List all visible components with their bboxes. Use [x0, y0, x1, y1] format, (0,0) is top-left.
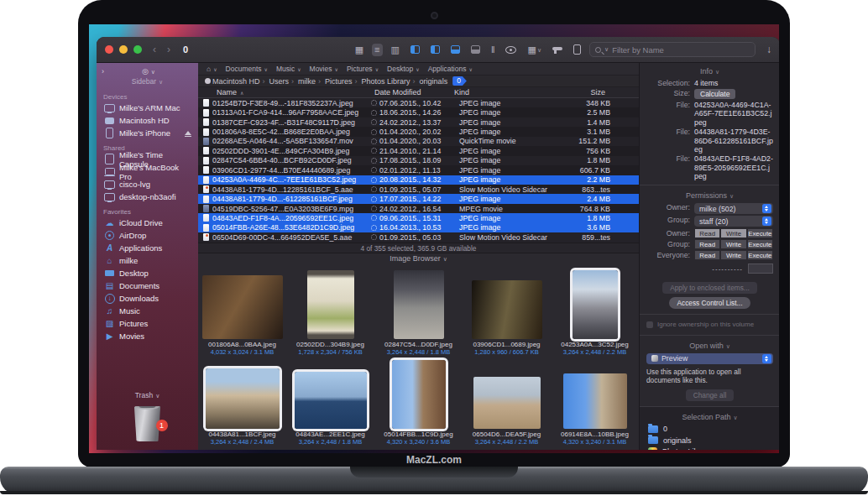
close-button[interactable] [105, 45, 113, 54]
file-row[interactable]: 01387CEF-C923-4F...-B31F48C9117D.jpeg 24… [198, 117, 639, 127]
column-view-icon[interactable]: ▥ [389, 44, 402, 56]
column-header-name[interactable]: Name [198, 88, 363, 97]
zoom-button[interactable] [133, 45, 142, 54]
thumbnail[interactable]: 001806A8...0BAA.jpeg 4,032 x 3,024 / 3.1… [198, 269, 286, 356]
read-button[interactable]: Read [694, 239, 720, 249]
new-document-icon[interactable] [571, 43, 583, 56]
execute-button[interactable]: Execute [747, 250, 773, 260]
show-pathbar-icon[interactable] [448, 44, 463, 55]
sidebar-item[interactable]: ▤ Documents [97, 279, 198, 292]
selection-path-item[interactable]: 0 [648, 424, 771, 436]
file-row[interactable]: 03906CD1-2977-44...B70E44440689.jpeg 02.… [198, 165, 639, 175]
breadcrumb-item[interactable]: Users [260, 77, 290, 86]
sidebar-item[interactable]: ▨ Pictures [97, 317, 198, 330]
sidebar-item[interactable]: ⌂ milke [97, 254, 198, 267]
write-button[interactable]: Write [720, 239, 746, 249]
selection-path-item[interactable]: Photos Library [648, 446, 771, 450]
file-row[interactable]: 04253A0A-4469-4C...-7EE1E61B3C52.jpeg 20… [198, 175, 639, 185]
eject-icon[interactable] [182, 128, 193, 138]
selection-path-header[interactable]: Selection Path [648, 413, 771, 421]
gallery-view-icon[interactable]: ‖ [489, 44, 498, 56]
write-button[interactable]: Write [720, 250, 746, 260]
filter-input[interactable] [612, 45, 750, 55]
breadcrumb-item[interactable]: Pictures [316, 77, 353, 86]
read-button[interactable]: Read [694, 250, 720, 260]
thumbnail[interactable]: 04253A0A...3C52.jpeg 3,264 x 2,448 / 2.2… [551, 269, 639, 356]
write-button[interactable]: Write [720, 228, 746, 238]
file-row[interactable]: 04438A81-1779-4D...-612285161BCF.jpeg 17… [198, 194, 639, 203]
octal-input[interactable] [748, 264, 773, 274]
sidebar-item[interactable]: Macintosh HD [97, 114, 198, 127]
sidebar-item[interactable]: Milke's ARM Mac [97, 102, 198, 114]
group-by-icon[interactable]: ▦∨ [525, 44, 544, 56]
favorites-bar-item[interactable]: Music [276, 65, 301, 73]
thumbnail[interactable]: 04438A81...1BCF.jpeg 3,264 x 2,448 / 2.4… [198, 358, 286, 446]
read-button[interactable]: Read [694, 228, 720, 238]
favorites-bar-item[interactable]: Pictures [347, 65, 379, 73]
sidebar-item[interactable]: Applications [97, 242, 198, 254]
file-row[interactable]: 02847C54-6BB4-40...BCFB92CD0DF.jpeg 17.0… [198, 156, 639, 165]
sidebar-section-trash[interactable]: Trash [97, 391, 198, 399]
image-browser-header[interactable]: Image Browser [198, 253, 639, 264]
file-row[interactable]: 05014FBB-A26E-48...53E6482D1C9D.jpeg 16.… [198, 223, 639, 232]
sidebar-item[interactable]: Downloads [97, 292, 198, 305]
trash-icon[interactable]: 1 [131, 406, 165, 441]
sidebar-item[interactable]: ♫ Music [97, 305, 198, 317]
ignore-ownership-checkbox[interactable] [646, 321, 653, 328]
home-icon[interactable]: ⌂ [207, 65, 217, 73]
filter-field[interactable]: ∨ [589, 42, 756, 57]
thumbnail[interactable]: 04843AE...2EE1C.jpeg 3,264 x 2,448 / 1.8… [286, 358, 374, 446]
open-with-header[interactable]: Open with [646, 342, 773, 350]
file-row[interactable]: 04438A81-1779-4D...12285161BCF_5.aae 01.… [198, 185, 639, 194]
apply-enclosed-button[interactable]: Apply to enclosed items... [662, 282, 757, 294]
file-row[interactable]: 06504D69-00DC-4...664952DEA5E_5.aae 01.0… [198, 232, 639, 242]
breadcrumb-item[interactable]: Macintosh HD [212, 77, 260, 86]
execute-button[interactable]: Execute [747, 228, 773, 238]
action-icon[interactable] [550, 44, 565, 55]
sidebar-item[interactable]: Milke's MacBook Pro [97, 165, 198, 178]
file-row[interactable]: 04843AED-F1F8-4A...20596592EE1C.jpeg 09.… [198, 213, 639, 222]
info-header[interactable]: Info [646, 67, 773, 76]
forward-icon[interactable]: › [167, 44, 170, 55]
calculate-button[interactable]: Calculate [694, 89, 735, 99]
permissions-header[interactable]: Permissions [646, 191, 773, 200]
access-control-list-button[interactable]: Access Control List... [669, 297, 751, 309]
thumbnail[interactable]: 06914E8A...10BB.jpeg 4,320 x 3,240 / 3.1… [551, 358, 639, 446]
thumbnail[interactable]: 05014FBB...1C9D.jpeg 4,320 x 3,240 / 3.6… [374, 358, 463, 446]
file-row[interactable]: 02502DDD-3901-4E...849CFA304B9.jpeg 21.0… [198, 146, 639, 155]
file-row[interactable]: 02268AE5-A046-44...-5A5BF1336547.mov 01.… [198, 137, 639, 146]
download-icon[interactable]: ↓ [766, 44, 771, 55]
minimize-button[interactable] [119, 45, 128, 54]
breadcrumb-item[interactable]: milke [289, 77, 316, 86]
favorites-bar-item[interactable]: Applications [428, 65, 473, 73]
sidebar-item[interactable]: ▶ Movies [97, 330, 198, 342]
owner-select[interactable]: milke (502) [694, 203, 773, 214]
favorites-bar-item[interactable]: Desktop [387, 65, 420, 73]
file-row[interactable]: 01313A01-FCA9-414...96AF7958AACE.jpeg 18… [198, 107, 639, 117]
breadcrumb-item[interactable]: originals [410, 77, 448, 86]
breadcrumb-item[interactable]: Photos Library [353, 77, 410, 86]
execute-button[interactable]: Execute [747, 239, 773, 249]
thumbnail[interactable]: 06504D6...DEA5F.jpeg 3,264 x 2,448 / 2.2… [463, 358, 551, 446]
selection-path-item[interactable]: originals [648, 435, 771, 446]
sidebar-header[interactable]: Sidebar [97, 77, 198, 88]
thumbnail[interactable]: 03906CD1...0689.jpeg 1,280 x 960 / 606.7… [463, 269, 551, 356]
file-row[interactable]: 04519DBC-5256-47...E0A3203BE6F9.mpg 24.0… [198, 204, 639, 213]
column-header-kind[interactable]: Kind [454, 88, 565, 97]
icon-view-icon[interactable]: ▦ [353, 44, 366, 56]
sidebar-item[interactable]: ☁ iCloud Drive [97, 217, 198, 229]
quicklook-eye-icon[interactable] [503, 44, 519, 55]
favorites-bar-item[interactable]: Documents [226, 65, 268, 73]
back-icon[interactable]: ‹ [153, 44, 156, 55]
show-sidebar-icon[interactable] [408, 44, 422, 55]
show-preview-icon[interactable] [428, 44, 442, 55]
sidebar-item[interactable]: AirDrop [97, 229, 198, 242]
column-header-size[interactable]: Size [565, 88, 605, 97]
account-menu-icon[interactable]: ◎ [104, 67, 193, 76]
file-row[interactable]: 01254B7D-F3E8-49...-181F8352237A.jpeg 07… [198, 98, 639, 107]
sidebar-item[interactable]: Milke's iPhone [97, 127, 198, 139]
sidebar-item[interactable]: Desktop [97, 267, 198, 279]
file-row[interactable]: 001806A8-8E5C-42...B868E2E0BAA.jpeg 01.0… [198, 127, 639, 136]
thumbnail[interactable]: 02847C54...D0DF.jpeg 3,264 x 2,448 / 1.8… [374, 269, 463, 356]
thumbnail[interactable]: 02502DD...304B9.jpeg 1,728 x 2,304 / 756… [286, 269, 374, 356]
